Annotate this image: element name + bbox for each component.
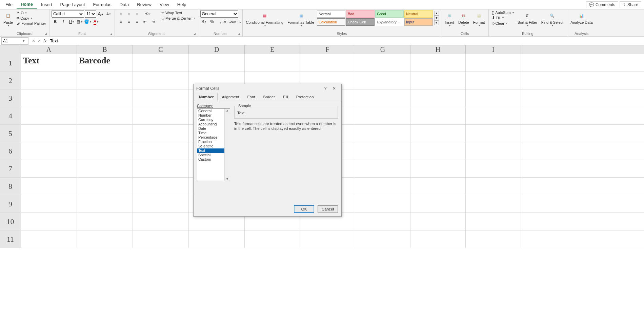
cell-H6[interactable] — [410, 142, 466, 160]
dialog-tab-font[interactable]: Font — [243, 93, 259, 101]
col-header-I[interactable]: I — [466, 45, 521, 54]
cell-H5[interactable] — [410, 125, 466, 142]
row-header-10[interactable]: 10 — [0, 213, 21, 230]
cell-I11[interactable] — [466, 230, 521, 248]
cell-G4[interactable] — [355, 107, 410, 124]
chevron-down-icon[interactable]: ▼ — [21, 39, 27, 43]
cell-H8[interactable] — [410, 178, 466, 195]
cancel-formula-icon[interactable]: ✕ — [32, 39, 35, 43]
cell-C9[interactable] — [133, 195, 189, 213]
cell-B10[interactable] — [77, 213, 133, 230]
styles-up-button[interactable]: ▲ — [434, 11, 439, 16]
cell-G2[interactable] — [355, 72, 410, 89]
launcher-icon[interactable]: ◢ — [237, 32, 241, 36]
sort-filter-button[interactable]: ⇵Sort & Filter▾ — [516, 10, 539, 28]
cell-C11[interactable] — [133, 230, 189, 248]
currency-button[interactable]: $▾ — [200, 18, 208, 25]
cell-B3[interactable] — [77, 89, 133, 107]
orientation-button[interactable]: ⟲▾ — [144, 10, 152, 18]
clear-button[interactable]: ◇Clear▾ — [491, 21, 515, 26]
row-header-1[interactable]: 1 — [0, 54, 21, 72]
cell-styles-gallery[interactable]: NormalBadGoodNeutralCalculationCheck Cel… — [317, 10, 433, 26]
cell-C4[interactable] — [133, 107, 189, 124]
cell-G10[interactable] — [355, 213, 410, 230]
fx-icon[interactable]: fx — [43, 39, 46, 43]
cell-I1[interactable] — [466, 54, 521, 72]
decrease-font-button[interactable]: A▼ — [105, 10, 113, 18]
cell-G9[interactable] — [355, 195, 410, 213]
increase-decimal-button[interactable]: .0→.00 — [225, 18, 232, 25]
cell-I8[interactable] — [466, 178, 521, 195]
cell-H7[interactable] — [410, 160, 466, 177]
cell-D11[interactable] — [189, 230, 245, 248]
borders-button[interactable]: ▦▾ — [76, 18, 83, 25]
cell-D1[interactable] — [189, 54, 245, 72]
cell-A5[interactable] — [21, 125, 77, 142]
conditional-formatting-button[interactable]: ▦Conditional Formatting▾ — [245, 10, 285, 28]
col-header-A[interactable]: A — [21, 45, 77, 54]
row-header-7[interactable]: 7 — [0, 160, 21, 177]
font-color-button[interactable]: A▾ — [92, 18, 100, 25]
merge-center-button[interactable]: ⊟Merge & Center▾ — [160, 16, 196, 21]
row-header-4[interactable]: 4 — [0, 107, 21, 124]
cell-C10[interactable] — [133, 213, 189, 230]
cell-G5[interactable] — [355, 125, 410, 142]
tab-file[interactable]: File — [1, 0, 17, 9]
row-header-3[interactable]: 3 — [0, 89, 21, 107]
cell-B4[interactable] — [77, 107, 133, 124]
cell-A1[interactable]: Text — [21, 54, 77, 72]
style-calculation[interactable]: Calculation — [317, 18, 345, 26]
format-as-table-button[interactable]: ▦Format as Table▾ — [286, 10, 316, 28]
col-header-E[interactable]: E — [245, 45, 300, 54]
align-top-button[interactable]: ≡ — [117, 10, 124, 18]
cell-B6[interactable] — [77, 142, 133, 160]
cell-G1[interactable] — [355, 54, 410, 72]
style-input[interactable]: Input — [404, 18, 433, 26]
cell-B8[interactable] — [77, 178, 133, 195]
underline-button[interactable]: U▾ — [68, 18, 75, 25]
cell-I10[interactable] — [466, 213, 521, 230]
row-header-2[interactable]: 2 — [0, 72, 21, 89]
cell-A6[interactable] — [21, 142, 77, 160]
cell-E1[interactable] — [245, 54, 300, 72]
select-all-corner[interactable] — [0, 45, 21, 54]
tab-home[interactable]: Home — [17, 0, 37, 9]
autosum-button[interactable]: ∑AutoSum▾ — [491, 10, 515, 15]
align-left-button[interactable]: ≡ — [117, 18, 124, 25]
style-normal[interactable]: Normal — [317, 10, 345, 18]
cell-G8[interactable] — [355, 178, 410, 195]
cell-H4[interactable] — [410, 107, 466, 124]
increase-indent-button[interactable]: ⇥ — [149, 18, 157, 25]
row-header-6[interactable]: 6 — [0, 142, 21, 160]
styles-more-button[interactable]: ▾ — [434, 20, 439, 25]
percent-button[interactable]: % — [208, 18, 216, 25]
cell-C8[interactable] — [133, 178, 189, 195]
analyze-data-button[interactable]: 📊Analyze Data — [569, 10, 594, 25]
ok-button[interactable]: OK — [294, 205, 314, 213]
cell-C7[interactable] — [133, 160, 189, 177]
style-bad[interactable]: Bad — [346, 10, 375, 18]
launcher-icon[interactable]: ◢ — [193, 32, 197, 36]
share-button[interactable]: ⇪Share — [620, 1, 641, 8]
cell-I9[interactable] — [466, 195, 521, 213]
cut-button[interactable]: ✂Cut — [16, 10, 47, 15]
dialog-tab-alignment[interactable]: Alignment — [218, 93, 243, 101]
format-painter-button[interactable]: 🖌Format Painter — [16, 21, 47, 26]
style-good[interactable]: Good — [375, 10, 404, 18]
tab-view[interactable]: View — [156, 0, 173, 9]
dialog-tab-border[interactable]: Border — [259, 93, 279, 101]
row-header-5[interactable]: 5 — [0, 125, 21, 142]
cell-I5[interactable] — [466, 125, 521, 142]
cell-A2[interactable] — [21, 72, 77, 89]
cell-B9[interactable] — [77, 195, 133, 213]
styles-down-button[interactable]: ▼ — [434, 16, 439, 20]
cell-I6[interactable] — [466, 142, 521, 160]
cell-C2[interactable] — [133, 72, 189, 89]
decrease-decimal-button[interactable]: .00→.0 — [233, 18, 240, 25]
cell-H10[interactable] — [410, 213, 466, 230]
cell-A3[interactable] — [21, 89, 77, 107]
format-cells-button[interactable]: ▤Format▾ — [472, 10, 486, 28]
category-list[interactable]: GeneralNumberCurrencyAccountingDateTimeP… — [197, 108, 230, 181]
tab-data[interactable]: Data — [116, 0, 133, 9]
cell-A11[interactable] — [21, 230, 77, 248]
